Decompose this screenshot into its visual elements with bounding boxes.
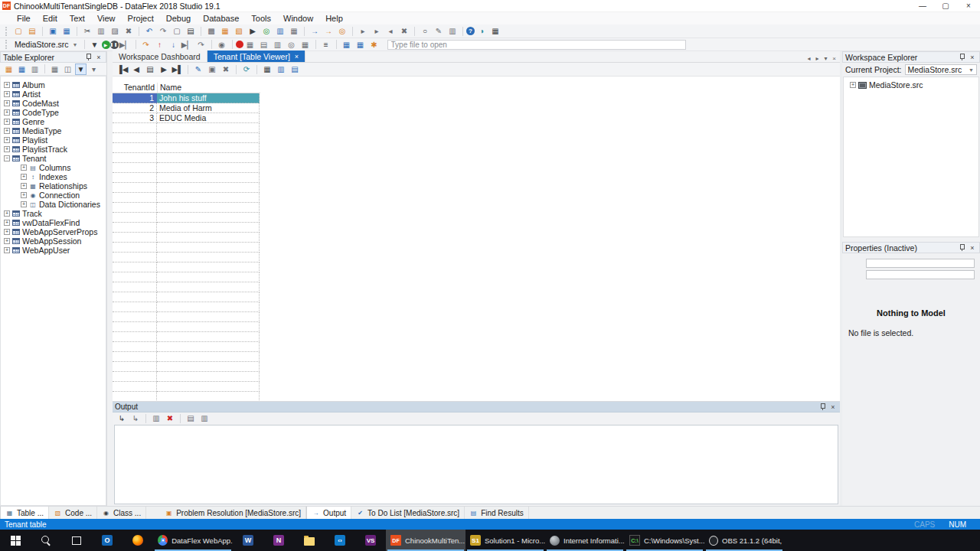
clear-output-icon[interactable]: ✖ [164, 412, 176, 424]
tab-strip-close-icon[interactable]: × [830, 55, 838, 62]
taskbar-dataflex-studio[interactable]: DF ChinookMultiTen... [386, 530, 466, 551]
compile-icon[interactable]: ▼ [89, 39, 101, 51]
expand-icon[interactable]: + [4, 229, 10, 235]
cascade-windows-icon[interactable]: ▩ [205, 25, 217, 37]
previous-message-icon[interactable]: ↳ [129, 412, 142, 424]
table-grid-icon[interactable]: ▦ [489, 25, 501, 37]
start-button[interactable] [0, 530, 31, 551]
taskbar-visual-studio[interactable]: VS [355, 530, 386, 551]
delete-record-icon[interactable]: ✖ [220, 64, 232, 75]
taskbar-command-prompt[interactable]: C:\ C:\Windows\Syst... [625, 530, 704, 551]
close-icon[interactable]: × [968, 243, 977, 252]
webapp-icon[interactable]: ◎ [260, 25, 273, 37]
tab-code-explorer[interactable]: ▧ Code ... [49, 507, 97, 519]
find-advanced-icon[interactable]: ◎ [336, 25, 348, 37]
task-view-button[interactable] [61, 530, 92, 551]
tree-item-genre[interactable]: + Genre [1, 117, 106, 126]
expand-icon[interactable]: + [4, 128, 10, 134]
column-header-name[interactable]: Name [157, 83, 260, 93]
expand-icon[interactable]: + [21, 183, 27, 189]
layout-icon[interactable]: ◫ [62, 64, 74, 75]
tree-item-webappuser[interactable]: + WebAppUser [1, 246, 106, 255]
pivot-view-icon[interactable]: ▥ [275, 64, 287, 75]
taskbar-vscode[interactable]: ‹› [325, 530, 355, 551]
tab-list-icon[interactable]: ▾ [822, 55, 830, 62]
taskbar-file-explorer[interactable] [294, 530, 325, 551]
column-header-tenantid[interactable]: TenantId [113, 83, 157, 93]
menu-debug[interactable]: Debug [160, 13, 197, 24]
tab-problem-resolution[interactable]: ▣ Problem Resolution [MediaStore.src] [160, 507, 306, 519]
tree-item-tenant[interactable]: − Tenant [1, 154, 106, 163]
menu-help[interactable]: Help [319, 13, 349, 24]
window-a-icon[interactable]: ▤ [258, 39, 270, 51]
step-into-icon[interactable]: ▶▏ [119, 39, 132, 51]
next-message-icon[interactable]: ↳ [116, 412, 128, 424]
menu-text[interactable]: Text [64, 13, 91, 24]
new-file-icon[interactable]: ▢ [12, 25, 24, 37]
tree-item-tenant-data-dictionaries[interactable]: + ◫ Data Dictionaries [1, 200, 106, 209]
grid-row[interactable]: 3 EDUC Media [113, 113, 260, 123]
preview-icon[interactable]: ◎ [286, 39, 298, 51]
debugger-icon[interactable]: ▶ [247, 25, 259, 37]
delete-icon[interactable]: ✖ [122, 25, 135, 37]
find-icon[interactable]: ○ [419, 25, 431, 37]
open-file-input[interactable] [387, 40, 686, 50]
menu-database[interactable]: Database [197, 13, 245, 24]
usage-icon[interactable]: ◑ [475, 25, 488, 37]
pin-icon[interactable] [957, 243, 966, 252]
save-all-icon[interactable]: ▦ [60, 25, 73, 37]
last-record-icon[interactable]: ▶▌ [172, 64, 184, 75]
bookmark-clear-icon[interactable]: ✖ [398, 25, 410, 37]
database-icon[interactable]: ▾ [88, 64, 100, 75]
gear-icon[interactable]: ✱ [368, 39, 381, 51]
expand-icon[interactable]: + [21, 192, 27, 198]
expand-icon[interactable]: + [4, 220, 10, 226]
first-record-icon[interactable]: ▐◀ [116, 64, 129, 75]
expand-icon[interactable]: + [4, 91, 10, 97]
form-view-icon[interactable]: ▤ [144, 64, 156, 75]
detach-icon[interactable]: ↷ [195, 39, 207, 51]
step-up-icon[interactable]: ↑ [154, 39, 166, 51]
grid-row-selected[interactable]: 1 John his stuff [113, 93, 260, 103]
window-b-icon[interactable]: ▥ [272, 39, 284, 51]
tree-item-mediastore-src[interactable]: + MediaStore.src [847, 80, 978, 90]
copy-icon[interactable]: ▥ [95, 25, 107, 37]
bookmark-prev-icon[interactable]: ◂ [384, 25, 397, 37]
menu-view[interactable]: View [91, 13, 122, 24]
save-icon[interactable]: ▣ [47, 25, 59, 37]
help-icon[interactable]: ? [466, 27, 475, 35]
taskbar-solution1[interactable]: S1 Solution1 - Micro... [466, 530, 545, 551]
tab-close-icon[interactable]: × [295, 53, 299, 60]
current-project-combo[interactable]: MediaStore.src ▼ [905, 64, 977, 75]
bookmark-toggle-icon[interactable]: ▸ [357, 25, 369, 37]
open-file-icon[interactable]: ▤ [26, 25, 38, 37]
code-explorer-icon[interactable]: ▧ [233, 25, 245, 37]
expand-icon[interactable]: + [4, 119, 10, 125]
scroll-tabs-right-icon[interactable]: ▸ [813, 55, 822, 62]
close-button[interactable]: × [957, 0, 980, 11]
menu-edit[interactable]: Edit [37, 13, 64, 24]
tab-output[interactable]: → Output [306, 507, 351, 519]
step-down-icon[interactable]: ↓ [168, 39, 180, 51]
project-selector[interactable]: MediaStore.src ▼ [11, 40, 81, 49]
taskbar-word[interactable]: W [233, 530, 263, 551]
next-record-icon[interactable]: ▶ [158, 64, 170, 75]
pin-icon[interactable] [83, 53, 93, 61]
tree-item-tenant-connection[interactable]: + ◉ Connection [1, 191, 106, 200]
database-builder-icon[interactable]: ▦ [288, 25, 300, 37]
tree-item-vwdataflexfind[interactable]: + vwDataFlexFind [1, 218, 106, 227]
run-icon[interactable]: ▶ [102, 41, 110, 49]
tab-table-explorer[interactable]: ▦ Table ... [0, 507, 49, 519]
grid-empty-rows[interactable] [113, 123, 260, 401]
tree-item-codetype[interactable]: + CodeType [1, 108, 106, 117]
bookmark-next-icon[interactable]: ▸ [371, 25, 383, 37]
new-table-icon[interactable]: ▦ [3, 64, 15, 75]
pin-icon[interactable] [957, 53, 966, 61]
expand-icon[interactable]: + [4, 210, 10, 217]
audit-table-icon[interactable]: ▦ [244, 39, 256, 51]
left-splitter[interactable] [107, 51, 113, 506]
previous-record-icon[interactable]: ◀ [130, 64, 142, 75]
tab-todo-list[interactable]: ✔ To Do List [MediaStore.src] [351, 507, 465, 519]
find-in-files-icon[interactable]: ▥ [446, 25, 459, 37]
refresh-tables-icon[interactable]: ▦ [49, 64, 60, 75]
